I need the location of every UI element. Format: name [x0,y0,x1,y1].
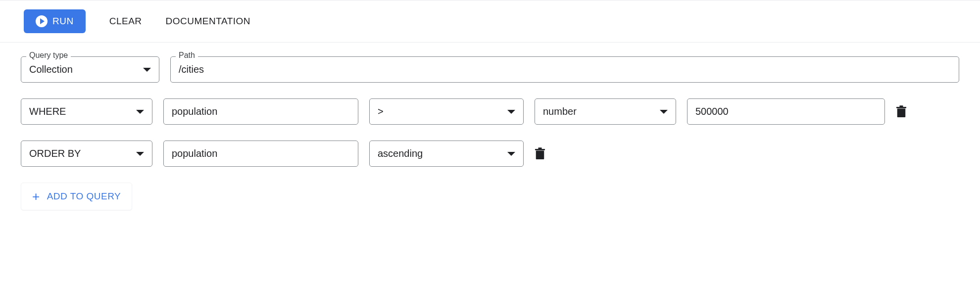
chevron-down-icon [507,152,515,156]
where-operator-select[interactable]: > [369,98,524,125]
clause-type-value: ORDER BY [29,148,81,159]
where-valuetype-value: number [543,106,577,117]
clause-type-select[interactable]: WHERE [21,98,152,125]
svg-rect-5 [538,147,541,149]
where-valuetype-select[interactable]: number [535,98,676,125]
orderby-clause-row: ORDER BY ascending [21,141,959,167]
orderby-field-input-wrap[interactable] [163,141,358,167]
query-builder: Query type Collection Path WHERE > numbe… [0,43,980,224]
query-header-row: Query type Collection Path [21,56,959,83]
where-field-input[interactable] [172,106,350,117]
svg-rect-3 [536,150,544,159]
svg-rect-1 [896,106,906,108]
toolbar: RUN CLEAR DOCUMENTATION [0,0,980,43]
query-type-value: Collection [29,64,73,75]
svg-rect-0 [897,108,906,117]
add-to-query-button[interactable]: + ADD TO QUERY [21,183,132,210]
clause-type-value: WHERE [29,106,66,117]
play-icon [36,15,48,27]
orderby-direction-value: ascending [378,148,423,159]
path-field[interactable]: Path [170,56,959,83]
run-button[interactable]: RUN [24,9,86,33]
chevron-down-icon [660,110,668,114]
run-label: RUN [52,16,74,27]
where-operator-value: > [378,106,384,117]
path-input[interactable] [179,64,951,75]
svg-rect-2 [899,105,903,107]
trash-icon[interactable] [535,147,545,160]
query-type-label: Query type [26,51,71,60]
clause-type-select[interactable]: ORDER BY [21,141,152,167]
documentation-button[interactable]: DOCUMENTATION [166,16,251,27]
plus-icon: + [32,190,40,203]
clear-button[interactable]: CLEAR [109,16,142,27]
where-value-input-wrap[interactable] [687,98,885,125]
chevron-down-icon [136,152,144,156]
trash-icon[interactable] [896,105,907,118]
path-label: Path [176,51,198,60]
orderby-direction-select[interactable]: ascending [369,141,524,167]
add-to-query-label: ADD TO QUERY [47,191,121,202]
chevron-down-icon [136,110,144,114]
where-value-input[interactable] [695,106,877,117]
query-type-select[interactable]: Query type Collection [21,56,159,83]
chevron-down-icon [507,110,515,114]
where-clause-row: WHERE > number [21,98,959,125]
orderby-field-input[interactable] [172,148,350,159]
where-field-input-wrap[interactable] [163,98,358,125]
svg-rect-4 [535,148,545,150]
chevron-down-icon [143,68,151,72]
